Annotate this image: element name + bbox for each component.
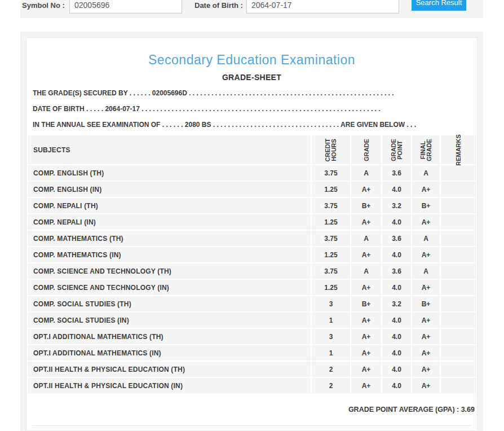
subject-cell: OPT.I ADDITIONAL MATHEMATICS (TH) (28, 329, 311, 344)
grade-cell: A+ (351, 345, 381, 360)
table-row: COMP. SCIENCE AND TECHNOLOGY (IN) 1.25 A… (28, 280, 476, 295)
final-grade-cell: B+ (412, 296, 440, 311)
final-grade-cell: A+ (412, 313, 440, 328)
column-header-credit-hours: CREDIT HOURS (312, 135, 350, 164)
search-form-bar: Symbol No : Date of Birth : Search Resul… (20, 0, 483, 18)
grade-point-cell: 3.6 (382, 231, 411, 246)
page-title: Secondary Education Examination (26, 52, 477, 68)
grade-point-cell: 4.0 (382, 345, 411, 360)
date-of-birth-input[interactable] (246, 0, 399, 14)
credit-hours-cell: 3.75 (312, 263, 350, 279)
table-row: COMP. ENGLISH (TH) 3.75 A 3.6 A (28, 165, 476, 181)
table-row: COMP. NEPALI (IN) 1.25 A+ 4.0 A+ (28, 214, 476, 230)
column-header-label: FINAL GRADE (420, 139, 432, 161)
grade-cell: B+ (351, 296, 381, 311)
credit-hours-cell: 2 (312, 378, 350, 393)
credit-hours-cell: 1 (312, 345, 350, 360)
subject-cell: COMP. ENGLISH (IN) (28, 182, 311, 197)
table-row: OPT.II HEALTH & PHYSICAL EDUCATION (IN) … (28, 378, 476, 393)
date-of-birth-label: Date of Birth : (194, 1, 243, 10)
table-row: COMP. NEPALI (TH) 3.75 B+ 3.2 B+ (28, 198, 476, 213)
column-header-label: GRADE POINT (391, 139, 403, 161)
final-grade-cell: A+ (412, 182, 440, 197)
grade-point-cell: 3.6 (382, 165, 411, 181)
credit-hours-cell: 2 (312, 362, 350, 377)
grade-cell: A+ (351, 313, 381, 328)
subject-cell: COMP. SOCIAL STUDIES (IN) (28, 313, 311, 328)
final-grade-cell: A (412, 231, 440, 246)
grade-sheet-card: Secondary Education Examination GRADE-SH… (26, 37, 478, 431)
table-row: COMP. MATHEMATICS (IN) 1.25 A+ 4.0 A+ (28, 247, 476, 262)
grade-point-cell: 4.0 (382, 247, 411, 262)
grade-cell: A+ (351, 214, 381, 230)
grade-cell: A+ (351, 378, 381, 393)
grade-point-cell: 4.0 (382, 280, 411, 295)
column-header-grade: GRADE (351, 135, 381, 164)
final-grade-cell: A (412, 263, 440, 279)
result-container: Secondary Education Examination GRADE-SH… (20, 32, 483, 431)
grade-sheet-subtitle: GRADE-SHEET (26, 73, 477, 82)
grade-point-cell: 4.0 (382, 214, 411, 230)
grade-cell: A+ (351, 182, 381, 197)
final-grade-cell: A (412, 165, 440, 181)
subject-cell: OPT.II HEALTH & PHYSICAL EDUCATION (IN) (28, 378, 311, 393)
credit-hours-cell: 1.25 (312, 247, 350, 262)
subject-cell: COMP. NEPALI (IN) (28, 214, 311, 230)
subject-cell: COMP. SCIENCE AND TECHNOLOGY (TH) (28, 263, 311, 279)
remarks-cell (441, 263, 476, 279)
final-grade-cell: A+ (412, 329, 440, 344)
remarks-cell (441, 329, 476, 344)
table-row: OPT.I ADDITIONAL MATHEMATICS (TH) 3 A+ 4… (28, 329, 476, 344)
subject-cell: OPT.II HEALTH & PHYSICAL EDUCATION (TH) (28, 362, 311, 377)
credit-hours-cell: 3.75 (312, 231, 350, 246)
info-line: DATE OF BIRTH . . . . . 2064-07-17 . . .… (33, 105, 471, 113)
column-header-label: GRADE (363, 139, 369, 161)
grade-point-cell: 4.0 (382, 362, 411, 377)
column-header-grade-point: GRADE POINT (382, 135, 411, 164)
subject-cell: COMP. SCIENCE AND TECHNOLOGY (IN) (28, 280, 311, 295)
final-grade-cell: A+ (412, 280, 440, 295)
credit-hours-cell: 1.25 (312, 214, 350, 230)
final-grade-cell: A+ (412, 345, 440, 360)
grade-cell: A+ (351, 280, 381, 295)
search-result-button[interactable]: Search Result (412, 0, 466, 11)
remarks-cell (441, 296, 476, 311)
final-grade-cell: B+ (412, 198, 440, 213)
subject-cell: COMP. MATHEMATICS (IN) (28, 247, 311, 262)
grade-cell: B+ (351, 198, 381, 213)
column-header-final-grade: FINAL GRADE (412, 135, 440, 164)
credit-hours-cell: 3.75 (312, 165, 350, 181)
credit-hours-cell: 1 (312, 313, 350, 328)
table-row: OPT.II HEALTH & PHYSICAL EDUCATION (TH) … (28, 362, 476, 377)
table-header-row: SUBJECTS CREDIT HOURS GRADE GRADE POINT … (28, 135, 476, 164)
grade-cell: A (351, 165, 381, 181)
table-row: COMP. SOCIAL STUDIES (IN) 1 A+ 4.0 A+ (28, 313, 476, 328)
remarks-cell (441, 280, 476, 295)
remarks-cell (441, 247, 476, 262)
remarks-cell (441, 165, 476, 181)
column-header-label: REMARKS (456, 134, 462, 166)
remarks-cell (441, 362, 476, 377)
table-row: COMP. SOCIAL STUDIES (TH) 3 B+ 3.2 B+ (28, 296, 476, 311)
table-body: COMP. ENGLISH (TH) 3.75 A 3.6 A COMP. EN… (28, 165, 476, 393)
table-row: OPT.I ADDITIONAL MATHEMATICS (IN) 1 A+ 4… (28, 345, 476, 360)
grade-point-cell: 4.0 (382, 182, 411, 197)
info-line: THE GRADE(S) SECURED BY . . . . . . 0200… (33, 89, 471, 97)
grade-point-cell: 4.0 (382, 329, 411, 344)
credit-hours-cell: 3 (312, 329, 350, 344)
symbol-no-input[interactable] (69, 0, 182, 14)
remarks-cell (441, 214, 476, 230)
column-header-remarks: REMARKS (441, 135, 476, 164)
candidate-info: THE GRADE(S) SECURED BY . . . . . . 0200… (26, 89, 477, 129)
subject-cell: COMP. ENGLISH (TH) (28, 165, 311, 181)
grade-cell: A (351, 231, 381, 246)
subject-cell: OPT.I ADDITIONAL MATHEMATICS (IN) (28, 345, 311, 360)
credit-hours-cell: 3.75 (312, 198, 350, 213)
subject-cell: COMP. MATHEMATICS (TH) (28, 231, 311, 246)
remarks-cell (441, 345, 476, 360)
final-grade-cell: A+ (412, 214, 440, 230)
grade-cell: A+ (351, 329, 381, 344)
subject-cell: COMP. NEPALI (TH) (28, 198, 311, 213)
grade-point-cell: 4.0 (382, 313, 411, 328)
remarks-cell (441, 182, 476, 197)
